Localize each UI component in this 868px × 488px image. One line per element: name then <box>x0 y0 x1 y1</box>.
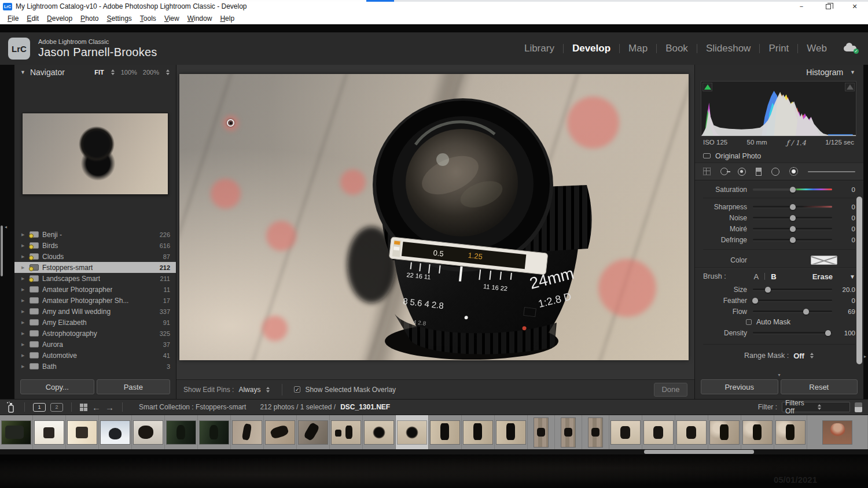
slider-thumb[interactable] <box>790 215 796 221</box>
red-eye-tool-icon[interactable] <box>738 168 746 176</box>
left-panel-gutter[interactable]: ◂ <box>0 65 14 399</box>
disclosure-triangle-icon[interactable]: ▶ <box>21 232 26 237</box>
filmstrip-source-label[interactable]: Smart Collection : Fstoppers-smart <box>139 403 246 411</box>
filmstrip-thumbnail[interactable] <box>330 415 363 449</box>
radial-filter-tool-icon[interactable] <box>771 168 779 176</box>
slider-thumb[interactable] <box>790 187 796 193</box>
cloud-sync-icon[interactable]: ✓ <box>844 43 859 54</box>
minimize-button[interactable]: − <box>788 0 815 13</box>
filmstrip-scrollbar-thumb[interactable] <box>644 450 754 454</box>
paste-button[interactable]: Paste <box>97 379 171 394</box>
module-tab-slideshow[interactable]: Slideshow <box>697 43 760 54</box>
shadow-clipping-indicator[interactable] <box>703 83 712 91</box>
disclosure-triangle-icon[interactable]: ▶ <box>21 342 26 347</box>
filmstrip-filename[interactable]: DSC_1301.NEF <box>340 403 390 411</box>
filter-toggle-switch[interactable] <box>855 402 862 412</box>
histogram-collapse-icon[interactable]: ▼ <box>850 69 855 75</box>
filmstrip-thumbnail[interactable] <box>708 415 741 449</box>
navigator-preview-image[interactable] <box>22 113 168 195</box>
copy-button[interactable]: Copy... <box>20 379 94 394</box>
menu-help[interactable]: Help <box>216 14 238 23</box>
module-tab-develop[interactable]: Develop <box>564 43 619 54</box>
module-tab-library[interactable]: Library <box>516 43 563 54</box>
right-scrollbar-thumb[interactable] <box>856 197 862 364</box>
menu-develop[interactable]: Develop <box>43 14 76 23</box>
forward-arrow-icon[interactable]: → <box>105 403 114 412</box>
panel-end-mark[interactable]: ▾ <box>695 372 863 378</box>
filmstrip-thumbnail[interactable] <box>429 415 462 449</box>
filmstrip-scrollbar[interactable] <box>0 449 868 454</box>
slider-thumb[interactable] <box>790 237 796 243</box>
slider-track[interactable] <box>753 300 832 301</box>
disclosure-triangle-icon[interactable]: ▶ <box>21 364 26 369</box>
right-panel-gutter[interactable]: ▸ <box>863 65 868 399</box>
auto-mask-checkbox[interactable] <box>746 319 752 325</box>
filmstrip-thumbnail[interactable] <box>528 415 555 449</box>
original-photo-row[interactable]: Original Photo <box>695 149 863 163</box>
filmstrip-thumbnail[interactable] <box>231 415 264 449</box>
collapse-right-panel-icon[interactable]: ▸ <box>864 354 866 359</box>
previous-button[interactable]: Previous <box>701 379 778 394</box>
brush-collapse-icon[interactable]: ▼ <box>849 273 855 280</box>
reset-button[interactable]: Reset <box>781 379 858 394</box>
menu-view[interactable]: View <box>160 14 183 23</box>
second-window-button[interactable]: 2 <box>50 403 63 412</box>
zoom-dropdown-icon[interactable] <box>166 69 170 75</box>
filmstrip-thumbnail[interactable] <box>297 415 330 449</box>
collection-row[interactable]: ▶Amy Elizabeth91 <box>14 317 176 328</box>
collection-row[interactable]: ▶Amateur Photographer Sh...17 <box>14 295 176 306</box>
slider-track[interactable] <box>753 206 832 208</box>
navigator-header[interactable]: ▼ Navigator FIT 100% 200% <box>14 65 176 80</box>
spot-removal-tool-icon[interactable] <box>720 168 728 175</box>
painter-spray-icon[interactable] <box>6 401 16 413</box>
disclosure-triangle-icon[interactable]: ▶ <box>21 254 26 259</box>
filmstrip-thumbnail[interactable] <box>264 415 297 449</box>
filmstrip-thumbnail[interactable] <box>495 415 528 449</box>
zoom-fit-button[interactable]: FIT <box>94 69 104 76</box>
brush-a-button[interactable]: A <box>754 272 759 281</box>
restore-button[interactable] <box>815 0 841 13</box>
brush-b-button[interactable]: B <box>771 272 776 281</box>
graduated-filter-tool-icon[interactable] <box>756 168 762 176</box>
range-mask-dropdown-icon[interactable] <box>810 353 814 358</box>
filmstrip-thumbnail[interactable] <box>462 415 495 449</box>
filmstrip-thumbnail[interactable] <box>33 415 66 449</box>
module-tab-map[interactable]: Map <box>620 43 656 54</box>
module-tab-book[interactable]: Book <box>657 43 697 54</box>
disclosure-triangle-icon[interactable]: ▶ <box>21 320 26 325</box>
color-swatch-none[interactable] <box>811 256 837 265</box>
back-arrow-icon[interactable]: ← <box>92 403 101 412</box>
menu-edit[interactable]: Edit <box>23 14 43 23</box>
left-scrollbar-thumb[interactable] <box>1 225 3 276</box>
filmstrip-thumbnail[interactable] <box>774 415 807 449</box>
navigator-collapse-icon[interactable]: ▼ <box>20 69 25 75</box>
disclosure-triangle-icon[interactable]: ▶ <box>21 287 26 292</box>
filter-dropdown[interactable]: Filters Off <box>782 402 850 412</box>
slider-track[interactable] <box>753 239 832 241</box>
highlight-clipping-indicator[interactable] <box>845 83 855 91</box>
zoom-100-button[interactable]: 100% <box>121 69 137 76</box>
filmstrip-thumbnail[interactable] <box>675 415 708 449</box>
filmstrip-thumbnail[interactable] <box>363 415 396 449</box>
disclosure-triangle-icon[interactable]: ▶ <box>21 276 26 281</box>
slider-thumb[interactable] <box>790 204 796 210</box>
filmstrip-thumbnail[interactable] <box>396 415 429 449</box>
filmstrip-thumbnail[interactable] <box>642 415 675 449</box>
close-button[interactable]: ✕ <box>841 0 868 13</box>
collection-row[interactable]: ▶Fstoppers-smart212 <box>14 262 176 273</box>
collection-row[interactable]: ▶Clouds87 <box>14 251 176 262</box>
collection-row[interactable]: ▶Aurora37 <box>14 339 176 350</box>
slider-thumb[interactable] <box>765 287 771 293</box>
disclosure-triangle-icon[interactable]: ▶ <box>21 331 26 336</box>
slider-thumb[interactable] <box>803 309 809 315</box>
zoom-200-button[interactable]: 200% <box>143 69 159 76</box>
photo-preview[interactable]: 0.5 1.25 22 16 11 11 16 22 24mm 1: <box>179 74 689 360</box>
menu-window[interactable]: Window <box>183 14 216 23</box>
crop-overlay-tool-icon[interactable] <box>703 168 711 175</box>
disclosure-triangle-icon[interactable]: ▶ <box>21 298 26 303</box>
menu-tools[interactable]: Tools <box>136 14 160 23</box>
collection-row[interactable]: ▶Amy and Will wedding337 <box>14 306 176 317</box>
disclosure-triangle-icon[interactable]: ▶ <box>21 243 26 248</box>
filmstrip-thumbnail[interactable] <box>99 415 132 449</box>
slider-track[interactable] <box>753 289 832 290</box>
